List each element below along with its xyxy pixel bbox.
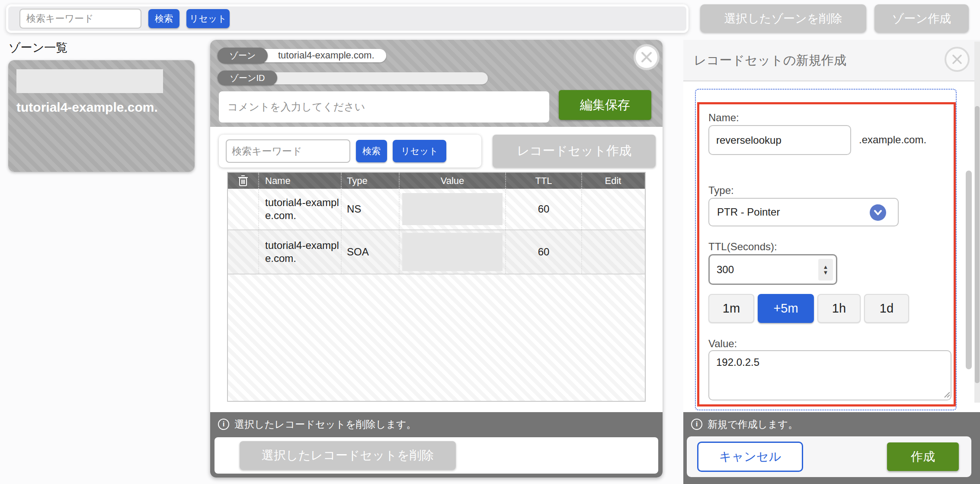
- redacted-value-block: [402, 233, 503, 271]
- row-edit[interactable]: [581, 189, 644, 229]
- cancel-button[interactable]: キャンセル: [697, 442, 803, 472]
- save-edit-button[interactable]: 編集保存: [559, 90, 651, 120]
- ttl-preset-1m-button[interactable]: 1m: [708, 294, 754, 323]
- recordset-table: Name Type Value TTL Edit tutorial4-examp…: [227, 172, 646, 402]
- create-button[interactable]: 作成: [887, 442, 959, 471]
- zone-search-input[interactable]: [19, 9, 141, 29]
- app-root: 検索 リセット 選択したゾーンを削除 ゾーン作成 ゾーン一覧 tutorial4…: [0, 0, 980, 484]
- zone-detail-panel: ゾーン tutorial4-example.com. ゾーンID 編集保存 検索…: [210, 40, 663, 478]
- create-recordset-button[interactable]: レコードセット作成: [493, 135, 656, 168]
- delete-info-text: 選択したレコードセットを削除します。: [234, 418, 416, 431]
- value-label: Value:: [708, 338, 737, 350]
- create-zone-button[interactable]: ゾーン作成: [874, 4, 969, 32]
- redacted-zone-id-block: [16, 69, 163, 93]
- panel-title: レコードセットの新規作成: [694, 52, 846, 69]
- table-row-ns[interactable]: tutorial4-example.com. NS 60: [228, 189, 645, 229]
- delete-selected-recordset-button[interactable]: 選択したレコードセットを削除: [240, 441, 456, 470]
- form-footer: i 新規で作成します。 キャンセル 作成: [683, 412, 980, 484]
- form-action-container: キャンセル 作成: [687, 436, 971, 477]
- row-ttl: 60: [505, 230, 581, 274]
- zone-search-button[interactable]: 検索: [148, 9, 179, 28]
- zone-tag: ゾーン: [218, 48, 268, 64]
- info-icon: i: [691, 419, 702, 430]
- zone-name-value: tutorial4-example.com.: [278, 50, 375, 61]
- record-search-box: 検索 リセット: [219, 135, 481, 168]
- delete-column-header[interactable]: [228, 173, 258, 189]
- zone-reset-button[interactable]: リセット: [186, 9, 230, 28]
- type-label: Type:: [708, 184, 734, 197]
- type-selected-value: PTR - Pointer: [717, 206, 780, 218]
- ttl-preset-5m-button[interactable]: +5m: [758, 294, 814, 323]
- new-recordset-panel: レコードセットの新規作成 Name: .example.com. Type: P…: [683, 40, 980, 484]
- zone-name-row: ゾーン tutorial4-example.com.: [218, 48, 386, 64]
- zone-id-row: ゾーンID: [218, 71, 488, 87]
- ttl-stepper[interactable]: ▲ ▼: [818, 259, 833, 281]
- row-select-cell[interactable]: [228, 189, 258, 229]
- delete-selected-zone-button[interactable]: 選択したゾーンを削除: [700, 4, 866, 32]
- table-empty-area: [228, 274, 645, 401]
- row-value: [399, 230, 505, 274]
- zone-search-toolbar: 検索 リセット: [6, 4, 689, 33]
- header-type: Type: [341, 173, 399, 189]
- zone-detail-header: ゾーン tutorial4-example.com. ゾーンID 編集保存: [210, 40, 663, 127]
- ttl-preset-1h-button[interactable]: 1h: [817, 294, 861, 323]
- zone-name-label: tutorial4-example.com.: [16, 100, 158, 115]
- header-ttl: TTL: [505, 173, 581, 189]
- name-suffix-label: .example.com.: [859, 134, 926, 146]
- stepper-down-icon[interactable]: ▼: [823, 270, 829, 275]
- header-edit: Edit: [581, 173, 644, 189]
- record-search-button[interactable]: 検索: [356, 140, 387, 162]
- ttl-label: TTL(Seconds):: [708, 241, 777, 253]
- row-select-cell[interactable]: [228, 230, 258, 274]
- delete-button-container: 選択したレコードセットを削除: [215, 437, 658, 474]
- trash-icon: [237, 175, 249, 187]
- redacted-value-block: [402, 193, 503, 225]
- recordset-table-header: Name Type Value TTL Edit: [228, 173, 645, 189]
- row-ttl: 60: [505, 189, 581, 229]
- create-info-text: 新規で作成します。: [708, 418, 798, 431]
- zone-comment-input[interactable]: [219, 91, 549, 123]
- header-name: Name: [258, 173, 341, 189]
- zone-list-title: ゾーン一覧: [9, 40, 67, 55]
- record-value-textarea[interactable]: 192.0.2.5: [708, 350, 951, 400]
- row-name: tutorial4-example.com.: [258, 230, 341, 274]
- header-value: Value: [399, 173, 505, 189]
- recordset-delete-footer: i 選択したレコードセットを削除します。 選択したレコードセットを削除: [210, 412, 663, 478]
- record-name-input[interactable]: [708, 125, 851, 155]
- close-icon: [951, 53, 963, 65]
- zone-id-tag: ゾーンID: [218, 71, 277, 85]
- close-zone-panel-button[interactable]: [634, 44, 660, 70]
- close-icon: [640, 51, 653, 64]
- table-row-soa[interactable]: tutorial4-example.com. SOA 60: [228, 229, 645, 274]
- form-scrollbar-thumb[interactable]: [966, 171, 972, 369]
- record-search-input[interactable]: [226, 139, 350, 163]
- row-name: tutorial4-example.com.: [258, 189, 341, 229]
- row-value: [399, 189, 505, 229]
- zone-list-item[interactable]: tutorial4-example.com.: [8, 60, 195, 172]
- new-recordset-header: レコードセットの新規作成: [683, 40, 980, 81]
- record-type-select[interactable]: PTR - Pointer: [708, 198, 899, 226]
- close-form-button[interactable]: [945, 47, 970, 72]
- record-reset-button[interactable]: リセット: [393, 140, 446, 162]
- chevron-down-icon: [870, 204, 886, 221]
- row-type: NS: [341, 189, 399, 229]
- row-edit[interactable]: [581, 230, 644, 274]
- ttl-preset-1d-button[interactable]: 1d: [864, 294, 909, 323]
- row-type: SOA: [341, 230, 399, 274]
- info-icon: i: [218, 419, 229, 430]
- name-label: Name:: [708, 112, 739, 124]
- stepper-up-icon[interactable]: ▲: [823, 265, 829, 269]
- window-scrollbar-thumb[interactable]: [975, 106, 980, 383]
- resize-handle-icon[interactable]: [941, 389, 951, 398]
